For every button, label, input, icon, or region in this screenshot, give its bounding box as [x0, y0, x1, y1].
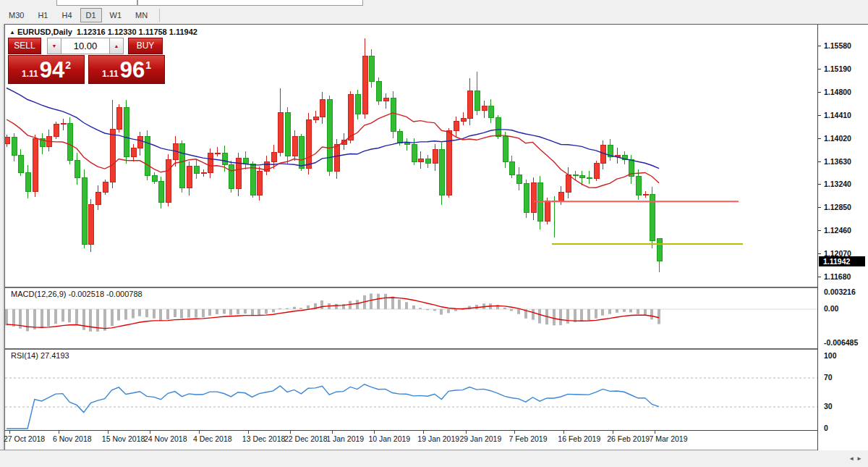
- price-tick-label: 1.12460: [824, 226, 851, 235]
- date-tick-mark: [248, 431, 249, 434]
- rsi-tick-label: 0: [824, 424, 828, 432]
- price-tick-label: 1.14800: [824, 88, 851, 96]
- macd-indicator-panel[interactable]: MACD(12,26,9) -0.002518 -0.000788: [5, 287, 817, 348]
- date-tick-mark: [59, 431, 59, 434]
- rsi-tick-label: 100: [824, 351, 837, 360]
- price-tick-label: 1.14410: [824, 111, 851, 119]
- price-tick-mark: [818, 115, 821, 116]
- date-label: 13 Dec 2018: [242, 434, 286, 443]
- chart-window: ▴EURUSD,Daily 1.12316 1.12330 1.11758 1.…: [4, 24, 868, 450]
- date-label: 15 Nov 2018: [102, 434, 145, 443]
- tab-scroll-left-icon[interactable]: ◄: [848, 455, 856, 462]
- volume-decrease-icon[interactable]: ▼: [47, 38, 61, 54]
- sell-price-big: 94: [40, 59, 64, 81]
- macd-tick-label: 0.003216: [824, 287, 856, 296]
- date-tick-mark: [332, 431, 333, 434]
- sell-price-prefix: 1.11: [22, 69, 38, 79]
- buy-price-big: 96: [120, 59, 145, 81]
- timeframe-button-d1[interactable]: D1: [80, 8, 102, 22]
- sell-price-button[interactable]: 1.11 94 2: [8, 55, 85, 84]
- date-tick-mark: [423, 431, 424, 434]
- date-label: 4 Dec 2018: [193, 434, 232, 443]
- rsi-tick-label: 30: [824, 402, 833, 411]
- price-tick-mark: [818, 92, 821, 93]
- date-tick-mark: [374, 431, 375, 434]
- macd-label: MACD(12,26,9) -0.002518 -0.000788: [11, 290, 142, 298]
- date-label: 22 Dec 2018: [284, 434, 328, 443]
- rsi-chart: [5, 350, 817, 430]
- date-tick-mark: [9, 431, 10, 434]
- buy-button[interactable]: BUY: [128, 38, 163, 54]
- toolbar-separator: [159, 9, 160, 22]
- timeframe-button-m30[interactable]: M30: [3, 8, 30, 22]
- rsi-label: RSI(14) 27.4193: [11, 351, 69, 360]
- date-tick-mark: [290, 431, 291, 434]
- timeframe-button-h4[interactable]: H4: [56, 8, 77, 22]
- date-tick-mark: [613, 431, 613, 434]
- ohlc-quote: 1.12316 1.12330 1.11758 1.11942: [77, 28, 197, 36]
- volume-input[interactable]: 10.00: [61, 38, 109, 54]
- date-label: 19 Jan 2019: [417, 434, 459, 443]
- date-tick-mark: [514, 431, 515, 434]
- tab-scroll-arrows[interactable]: ◄►: [848, 455, 864, 462]
- sell-price-sup: 2: [65, 59, 71, 71]
- date-tick-mark: [655, 431, 655, 434]
- date-label: 10 Jan 2019: [368, 434, 410, 443]
- rsi-tick-label: 70: [824, 373, 833, 382]
- chart-symbol-title: ▴EURUSD,Daily 1.12316 1.12330 1.11758 1.…: [11, 28, 197, 36]
- collapse-triangle-icon[interactable]: ▴: [11, 29, 14, 35]
- date-tick-mark: [199, 431, 200, 434]
- price-tick-mark: [818, 138, 821, 139]
- price-tick-label: 1.12850: [824, 203, 851, 211]
- current-price-badge: 1.11942: [819, 256, 865, 266]
- price-tick-mark: [818, 161, 821, 162]
- buy-price-button[interactable]: 1.11 96 1: [88, 55, 165, 84]
- price-tick-label: 1.15580: [824, 41, 851, 50]
- toolbar-edge-box-1: [56, 0, 137, 6]
- date-label: 26 Feb 2019: [607, 434, 650, 443]
- price-tick-mark: [818, 69, 821, 70]
- date-label: 27 Oct 2018: [4, 434, 45, 443]
- price-tick-mark: [818, 277, 821, 277]
- price-tick-label: 1.13240: [824, 180, 851, 188]
- price-tick-mark: [818, 46, 821, 46]
- price-tick-label: 1.11680: [824, 272, 851, 281]
- date-axis[interactable]: 27 Oct 20186 Nov 201815 Nov 201824 Nov 2…: [5, 430, 817, 450]
- date-tick-mark: [563, 431, 564, 434]
- macd-tick-label: 0.00: [824, 304, 838, 313]
- price-tick-label: 1.14020: [824, 134, 851, 143]
- moving-average-13: [7, 113, 659, 188]
- buy-price-prefix: 1.11: [102, 69, 119, 79]
- macd-tick-label: -0.006485: [824, 338, 858, 347]
- date-label: 7 Mar 2019: [649, 434, 687, 443]
- date-tick-mark: [150, 431, 150, 434]
- timeframe-button-mn[interactable]: MN: [129, 8, 153, 22]
- date-label: 6 Nov 2018: [53, 434, 92, 443]
- price-tick-label: 1.15190: [824, 64, 851, 73]
- price-tick-mark: [818, 184, 821, 185]
- price-axis[interactable]: 1.11942 1.155801.151901.148001.144101.14…: [817, 25, 868, 450]
- price-tick-mark: [818, 207, 821, 208]
- timeframe-button-h1[interactable]: H1: [32, 8, 54, 22]
- price-tick-mark: [818, 230, 821, 231]
- date-label: 16 Feb 2019: [558, 434, 600, 443]
- rsi-indicator-panel[interactable]: RSI(14) 27.4193: [5, 348, 817, 430]
- date-label: 1 Jan 2019: [326, 434, 364, 443]
- date-label: 24 Nov 2018: [144, 434, 187, 443]
- volume-increase-icon[interactable]: ▲: [109, 38, 124, 54]
- buy-price-sup: 1: [145, 59, 151, 71]
- volume-stepper: ▼ 10.00 ▲: [47, 38, 124, 54]
- tab-scroll-right-icon[interactable]: ►: [856, 455, 864, 462]
- main-chart-panel[interactable]: ▴EURUSD,Daily 1.12316 1.12330 1.11758 1.…: [5, 25, 817, 287]
- timeframe-button-w1[interactable]: W1: [104, 8, 128, 22]
- price-tick-label: 1.13630: [824, 157, 851, 166]
- moving-average-34: [7, 88, 659, 169]
- date-tick-mark: [466, 431, 467, 434]
- date-label: 29 Jan 2019: [460, 434, 502, 443]
- symbol-label: EURUSD,Daily: [17, 28, 72, 36]
- price-tick-mark: [818, 253, 821, 254]
- one-click-trade-widget: SELL ▼ 10.00 ▲ BUY 1.11 94 2 1.11 96 1: [8, 38, 170, 84]
- timeframe-toolbar: M30H1H4D1W1MN: [0, 6, 868, 24]
- chart-tab-bar: ◄►: [0, 450, 868, 467]
- sell-button[interactable]: SELL: [8, 38, 41, 54]
